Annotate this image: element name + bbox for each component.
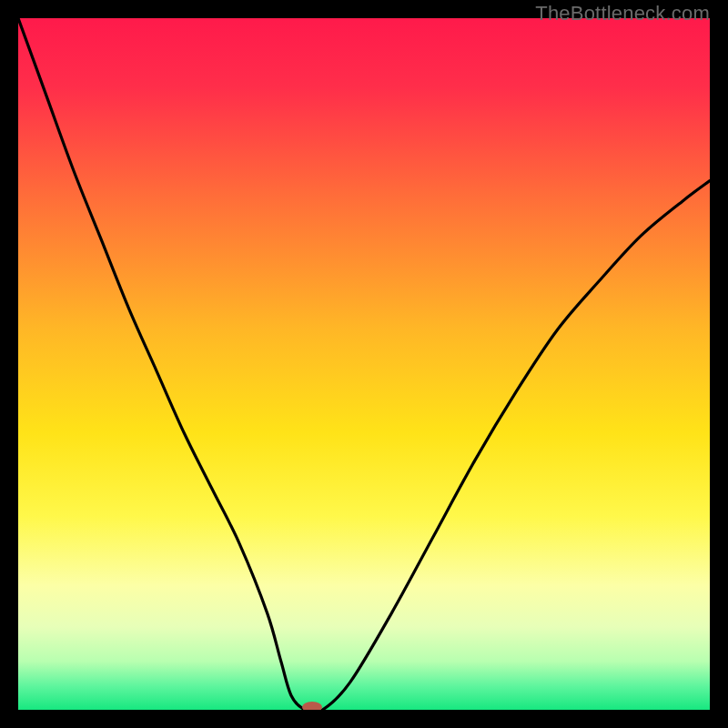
gradient-background <box>18 18 710 710</box>
watermark-text: TheBottleneck.com <box>535 2 710 25</box>
chart-frame: TheBottleneck.com <box>0 0 728 728</box>
chart-svg <box>18 18 710 710</box>
plot-area <box>18 18 710 710</box>
